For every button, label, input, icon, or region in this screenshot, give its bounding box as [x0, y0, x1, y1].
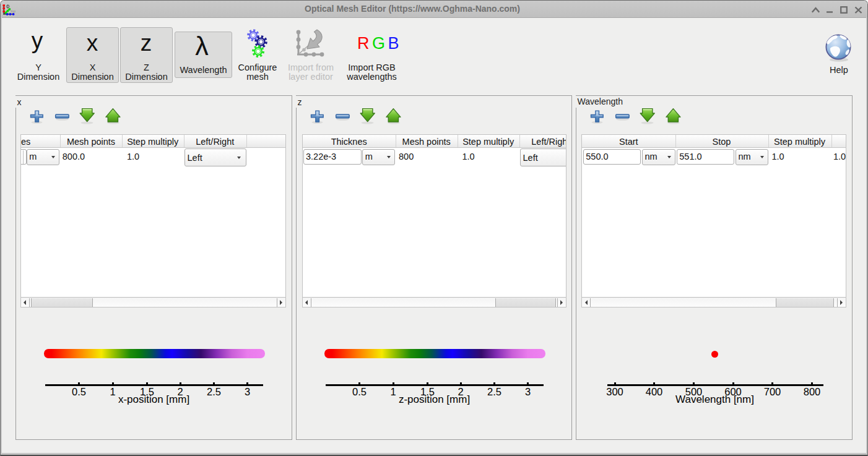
svg-text:Inp: Inp: [11, 9, 15, 13]
